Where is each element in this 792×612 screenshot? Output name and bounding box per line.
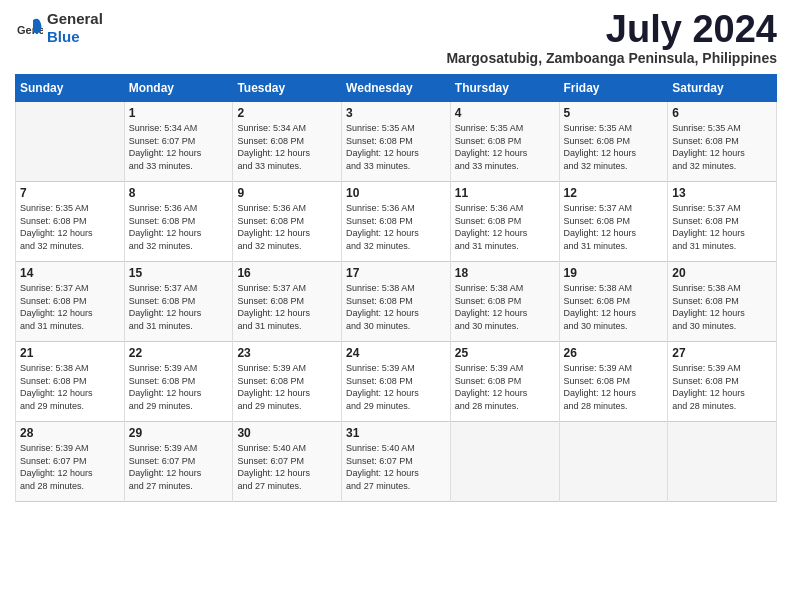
calendar-cell: 1Sunrise: 5:34 AM Sunset: 6:07 PM Daylig… — [124, 102, 233, 182]
cell-content: Sunrise: 5:36 AM Sunset: 6:08 PM Dayligh… — [346, 202, 446, 252]
calendar-table: SundayMondayTuesdayWednesdayThursdayFrid… — [15, 74, 777, 502]
day-number: 21 — [20, 346, 120, 360]
cell-content: Sunrise: 5:39 AM Sunset: 6:08 PM Dayligh… — [564, 362, 664, 412]
week-row-3: 14Sunrise: 5:37 AM Sunset: 6:08 PM Dayli… — [16, 262, 777, 342]
day-number: 30 — [237, 426, 337, 440]
calendar-cell — [559, 422, 668, 502]
week-row-2: 7Sunrise: 5:35 AM Sunset: 6:08 PM Daylig… — [16, 182, 777, 262]
day-number: 16 — [237, 266, 337, 280]
cell-content: Sunrise: 5:36 AM Sunset: 6:08 PM Dayligh… — [129, 202, 229, 252]
day-number: 10 — [346, 186, 446, 200]
day-number: 11 — [455, 186, 555, 200]
calendar-cell: 31Sunrise: 5:40 AM Sunset: 6:07 PM Dayli… — [342, 422, 451, 502]
calendar-cell: 13Sunrise: 5:37 AM Sunset: 6:08 PM Dayli… — [668, 182, 777, 262]
cell-content: Sunrise: 5:39 AM Sunset: 6:08 PM Dayligh… — [455, 362, 555, 412]
day-number: 4 — [455, 106, 555, 120]
day-number: 22 — [129, 346, 229, 360]
cell-content: Sunrise: 5:38 AM Sunset: 6:08 PM Dayligh… — [346, 282, 446, 332]
cell-content: Sunrise: 5:34 AM Sunset: 6:07 PM Dayligh… — [129, 122, 229, 172]
cell-content: Sunrise: 5:39 AM Sunset: 6:08 PM Dayligh… — [237, 362, 337, 412]
cell-content: Sunrise: 5:37 AM Sunset: 6:08 PM Dayligh… — [672, 202, 772, 252]
cell-content: Sunrise: 5:39 AM Sunset: 6:08 PM Dayligh… — [129, 362, 229, 412]
calendar-cell: 17Sunrise: 5:38 AM Sunset: 6:08 PM Dayli… — [342, 262, 451, 342]
day-number: 1 — [129, 106, 229, 120]
day-number: 28 — [20, 426, 120, 440]
calendar-cell — [16, 102, 125, 182]
cell-content: Sunrise: 5:39 AM Sunset: 6:08 PM Dayligh… — [346, 362, 446, 412]
calendar-header: SundayMondayTuesdayWednesdayThursdayFrid… — [16, 75, 777, 102]
day-number: 6 — [672, 106, 772, 120]
cell-content: Sunrise: 5:35 AM Sunset: 6:08 PM Dayligh… — [672, 122, 772, 172]
day-number: 3 — [346, 106, 446, 120]
calendar-cell: 27Sunrise: 5:39 AM Sunset: 6:08 PM Dayli… — [668, 342, 777, 422]
cell-content: Sunrise: 5:38 AM Sunset: 6:08 PM Dayligh… — [455, 282, 555, 332]
day-number: 26 — [564, 346, 664, 360]
week-row-1: 1Sunrise: 5:34 AM Sunset: 6:07 PM Daylig… — [16, 102, 777, 182]
day-number: 13 — [672, 186, 772, 200]
calendar-cell: 15Sunrise: 5:37 AM Sunset: 6:08 PM Dayli… — [124, 262, 233, 342]
calendar-cell: 21Sunrise: 5:38 AM Sunset: 6:08 PM Dayli… — [16, 342, 125, 422]
logo-icon: General — [15, 14, 43, 42]
day-number: 23 — [237, 346, 337, 360]
header-day-wednesday: Wednesday — [342, 75, 451, 102]
day-number: 8 — [129, 186, 229, 200]
calendar-cell: 12Sunrise: 5:37 AM Sunset: 6:08 PM Dayli… — [559, 182, 668, 262]
header-day-thursday: Thursday — [450, 75, 559, 102]
cell-content: Sunrise: 5:35 AM Sunset: 6:08 PM Dayligh… — [564, 122, 664, 172]
logo-blue: Blue — [47, 28, 80, 45]
day-number: 25 — [455, 346, 555, 360]
header-day-tuesday: Tuesday — [233, 75, 342, 102]
calendar-cell: 5Sunrise: 5:35 AM Sunset: 6:08 PM Daylig… — [559, 102, 668, 182]
cell-content: Sunrise: 5:37 AM Sunset: 6:08 PM Dayligh… — [20, 282, 120, 332]
calendar-cell: 25Sunrise: 5:39 AM Sunset: 6:08 PM Dayli… — [450, 342, 559, 422]
day-number: 18 — [455, 266, 555, 280]
calendar-cell: 19Sunrise: 5:38 AM Sunset: 6:08 PM Dayli… — [559, 262, 668, 342]
calendar-cell: 10Sunrise: 5:36 AM Sunset: 6:08 PM Dayli… — [342, 182, 451, 262]
day-number: 15 — [129, 266, 229, 280]
cell-content: Sunrise: 5:39 AM Sunset: 6:07 PM Dayligh… — [20, 442, 120, 492]
cell-content: Sunrise: 5:35 AM Sunset: 6:08 PM Dayligh… — [20, 202, 120, 252]
cell-content: Sunrise: 5:40 AM Sunset: 6:07 PM Dayligh… — [237, 442, 337, 492]
day-number: 2 — [237, 106, 337, 120]
header-day-friday: Friday — [559, 75, 668, 102]
week-row-4: 21Sunrise: 5:38 AM Sunset: 6:08 PM Dayli… — [16, 342, 777, 422]
calendar-cell: 7Sunrise: 5:35 AM Sunset: 6:08 PM Daylig… — [16, 182, 125, 262]
day-number: 24 — [346, 346, 446, 360]
header-day-saturday: Saturday — [668, 75, 777, 102]
day-number: 5 — [564, 106, 664, 120]
calendar-cell: 9Sunrise: 5:36 AM Sunset: 6:08 PM Daylig… — [233, 182, 342, 262]
calendar-body: 1Sunrise: 5:34 AM Sunset: 6:07 PM Daylig… — [16, 102, 777, 502]
cell-content: Sunrise: 5:36 AM Sunset: 6:08 PM Dayligh… — [455, 202, 555, 252]
cell-content: Sunrise: 5:38 AM Sunset: 6:08 PM Dayligh… — [20, 362, 120, 412]
calendar-cell: 4Sunrise: 5:35 AM Sunset: 6:08 PM Daylig… — [450, 102, 559, 182]
day-number: 12 — [564, 186, 664, 200]
day-number: 14 — [20, 266, 120, 280]
calendar-cell — [450, 422, 559, 502]
cell-content: Sunrise: 5:39 AM Sunset: 6:08 PM Dayligh… — [672, 362, 772, 412]
cell-content: Sunrise: 5:40 AM Sunset: 6:07 PM Dayligh… — [346, 442, 446, 492]
calendar-cell: 2Sunrise: 5:34 AM Sunset: 6:08 PM Daylig… — [233, 102, 342, 182]
cell-content: Sunrise: 5:37 AM Sunset: 6:08 PM Dayligh… — [129, 282, 229, 332]
cell-content: Sunrise: 5:38 AM Sunset: 6:08 PM Dayligh… — [672, 282, 772, 332]
month-title: July 2024 — [606, 10, 777, 48]
logo: General General Blue — [15, 10, 103, 46]
calendar-cell: 14Sunrise: 5:37 AM Sunset: 6:08 PM Dayli… — [16, 262, 125, 342]
cell-content: Sunrise: 5:34 AM Sunset: 6:08 PM Dayligh… — [237, 122, 337, 172]
cell-content: Sunrise: 5:36 AM Sunset: 6:08 PM Dayligh… — [237, 202, 337, 252]
calendar-cell: 30Sunrise: 5:40 AM Sunset: 6:07 PM Dayli… — [233, 422, 342, 502]
day-number: 19 — [564, 266, 664, 280]
day-number: 27 — [672, 346, 772, 360]
header-row: SundayMondayTuesdayWednesdayThursdayFrid… — [16, 75, 777, 102]
day-number: 17 — [346, 266, 446, 280]
week-row-5: 28Sunrise: 5:39 AM Sunset: 6:07 PM Dayli… — [16, 422, 777, 502]
day-number: 29 — [129, 426, 229, 440]
calendar-cell: 6Sunrise: 5:35 AM Sunset: 6:08 PM Daylig… — [668, 102, 777, 182]
cell-content: Sunrise: 5:37 AM Sunset: 6:08 PM Dayligh… — [564, 202, 664, 252]
day-number: 20 — [672, 266, 772, 280]
day-number: 7 — [20, 186, 120, 200]
calendar-cell — [668, 422, 777, 502]
cell-content: Sunrise: 5:35 AM Sunset: 6:08 PM Dayligh… — [455, 122, 555, 172]
day-number: 9 — [237, 186, 337, 200]
header-day-sunday: Sunday — [16, 75, 125, 102]
calendar-cell: 11Sunrise: 5:36 AM Sunset: 6:08 PM Dayli… — [450, 182, 559, 262]
